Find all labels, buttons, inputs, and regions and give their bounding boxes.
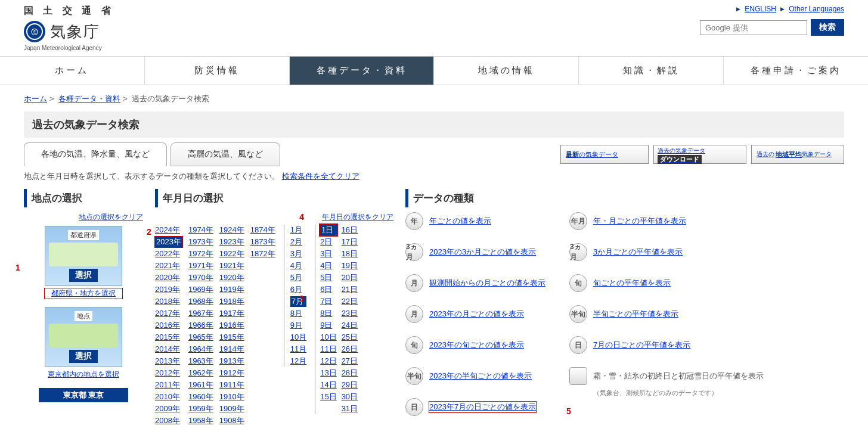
month-link[interactable]: 12月	[290, 356, 306, 367]
year-link[interactable]: 1922年	[219, 249, 244, 259]
data-type-link[interactable]: 観測開始からの月ごとの値を表示	[429, 278, 545, 288]
year-link[interactable]: 1915年	[219, 332, 244, 343]
other-languages-link[interactable]: Other Languages	[789, 5, 844, 13]
day-link[interactable]: 11日	[320, 344, 336, 355]
month-link[interactable]: 3月	[290, 249, 306, 259]
day-link[interactable]: 9日	[320, 320, 336, 331]
search-input[interactable]	[700, 20, 807, 35]
year-link[interactable]: 2018年	[155, 296, 182, 307]
year-link[interactable]: 1967年	[188, 308, 213, 319]
data-type-link[interactable]: 旬ごとの平年値を表示	[593, 278, 671, 288]
tab-upper-air[interactable]: 高層の気温、風など	[170, 142, 280, 166]
year-link[interactable]: 1911年	[219, 380, 244, 390]
day-link[interactable]: 25日	[342, 332, 358, 343]
year-link[interactable]: 1972年	[188, 249, 213, 259]
year-link[interactable]: 1918年	[219, 296, 244, 307]
day-link[interactable]: 29日	[342, 380, 358, 390]
month-link[interactable]: 8月	[290, 308, 306, 319]
year-link[interactable]: 1960年	[188, 392, 213, 402]
day-link[interactable]: 23日	[342, 308, 358, 319]
year-link[interactable]: 2009年	[155, 403, 182, 414]
day-link[interactable]: 24日	[342, 320, 358, 331]
data-type-link[interactable]: 年ごとの値を表示	[429, 216, 491, 226]
search-button[interactable]: 検索	[811, 19, 844, 36]
month-link[interactable]: 4月	[290, 260, 306, 271]
day-link[interactable]: 18日	[342, 249, 358, 259]
day-link[interactable]: 16日	[342, 225, 358, 235]
day-link[interactable]: 6日	[320, 284, 336, 295]
year-link[interactable]: 1961年	[188, 380, 213, 390]
data-type-link[interactable]: 年・月ごとの平年値を表示	[593, 216, 686, 226]
year-link[interactable]: 1924年	[219, 225, 244, 235]
clear-point-link[interactable]: 地点の選択をクリア	[79, 213, 143, 221]
year-link[interactable]: 2011年	[155, 380, 182, 390]
nav-item-0[interactable]: ホーム	[0, 57, 144, 85]
english-link[interactable]: ENGLISH	[745, 5, 776, 13]
day-link[interactable]: 8日	[320, 308, 336, 319]
year-link[interactable]: 2024年	[155, 225, 182, 235]
year-link[interactable]: 2016年	[155, 320, 182, 331]
year-link[interactable]: 1908年	[219, 415, 244, 426]
data-type-link[interactable]: 3か月ごとの平年値を表示	[593, 247, 683, 257]
day-link[interactable]: 27日	[342, 356, 358, 367]
clear-all-link[interactable]: 検索条件を全てクリア	[282, 172, 359, 181]
nav-item-5[interactable]: 各種申請・ご案内	[723, 57, 868, 85]
year-link[interactable]: 1909年	[219, 403, 244, 414]
year-link[interactable]: 2013年	[155, 356, 182, 367]
year-link[interactable]: 1964年	[188, 344, 213, 355]
year-link[interactable]: 2015年	[155, 332, 182, 343]
year-link[interactable]: 1912年	[219, 368, 244, 378]
day-link[interactable]: 15日	[320, 392, 336, 402]
data-type-link[interactable]: 2023年の半旬ごとの値を表示	[429, 371, 532, 381]
nav-item-3[interactable]: 地域の情報	[433, 57, 578, 85]
year-link[interactable]: 2020年	[155, 272, 182, 283]
year-link[interactable]: 1913年	[219, 356, 244, 367]
year-link[interactable]: 1917年	[219, 308, 244, 319]
month-link[interactable]: 7月	[290, 296, 306, 307]
select-prefecture-link[interactable]: 都府県・地方を選択	[51, 289, 116, 297]
nav-item-2[interactable]: 各種データ・資料	[289, 57, 434, 85]
day-link[interactable]: 4日	[320, 260, 336, 271]
month-link[interactable]: 5月	[290, 272, 306, 283]
day-link[interactable]: 12日	[320, 356, 336, 367]
day-link[interactable]: 2日	[320, 237, 336, 247]
breadcrumb-home[interactable]: ホーム	[24, 94, 47, 103]
year-link[interactable]: 2022年	[155, 249, 182, 259]
year-link[interactable]: 2010年	[155, 392, 182, 402]
data-type-link[interactable]: 2023年の旬ごとの値を表示	[429, 340, 524, 350]
data-type-link[interactable]: 2023年の月ごとの値を表示	[429, 309, 524, 319]
year-link[interactable]: 1959年	[188, 403, 213, 414]
data-type-link[interactable]: 2023年7月の日ごとの値を表示	[429, 402, 536, 412]
year-link[interactable]: 1914年	[219, 344, 244, 355]
month-link[interactable]: 2月	[290, 237, 306, 247]
month-link[interactable]: 11月	[290, 344, 306, 355]
data-type-link[interactable]: 7月の日ごとの平年値を表示	[593, 340, 690, 350]
day-link[interactable]: 5日	[320, 272, 336, 283]
year-link[interactable]: 1958年	[188, 415, 213, 426]
month-link[interactable]: 6月	[290, 284, 306, 295]
year-link[interactable]: 1919年	[219, 284, 244, 295]
year-link[interactable]: 1874年	[250, 225, 275, 235]
year-link[interactable]: 2021年	[155, 260, 182, 271]
year-link[interactable]: 1962年	[188, 368, 213, 378]
day-link[interactable]: 1日	[320, 225, 336, 235]
year-link[interactable]: 1916年	[219, 320, 244, 331]
banner-latest-data[interactable]: 最新の気象データ	[560, 145, 649, 164]
month-link[interactable]: 10月	[290, 332, 306, 343]
year-link[interactable]: 1873年	[250, 237, 275, 247]
year-link[interactable]: 2017年	[155, 308, 182, 319]
day-link[interactable]: 7日	[320, 296, 336, 307]
nav-item-1[interactable]: 防災情報	[144, 57, 289, 85]
day-link[interactable]: 22日	[342, 296, 358, 307]
year-link[interactable]: 1971年	[188, 260, 213, 271]
day-link[interactable]: 28日	[342, 368, 358, 378]
day-link[interactable]: 3日	[320, 249, 336, 259]
day-link[interactable]: 26日	[342, 344, 358, 355]
banner-regional-avg[interactable]: 過去の地域平均気象データ	[751, 145, 844, 164]
year-link[interactable]: 1910年	[219, 392, 244, 402]
day-link[interactable]: 21日	[342, 284, 358, 295]
day-link[interactable]: 14日	[320, 380, 336, 390]
day-link[interactable]: 20日	[342, 272, 358, 283]
data-type-link[interactable]: 2023年の3か月ごとの値を表示	[429, 247, 536, 257]
nav-item-4[interactable]: 知識・解説	[578, 57, 723, 85]
